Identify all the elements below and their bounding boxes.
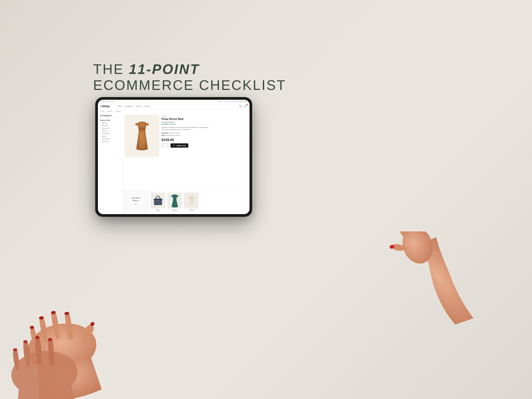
privacy-link[interactable]: Privacy [218, 101, 222, 102]
breadcrumb-womens[interactable]: Womens [107, 110, 113, 112]
sidebar-dresses[interactable]: Dresses (21) [100, 127, 121, 130]
login-link[interactable]: Log-in [110, 101, 114, 102]
bottom-section: Grab deals 50% off ✂ [123, 190, 250, 213]
nav-home[interactable]: Home [118, 105, 122, 107]
dresses-label: Dresses [172, 209, 177, 211]
tshirts-label: T-Shirts [189, 209, 194, 211]
sidebar-divider [100, 118, 121, 118]
page-heading: THE 11-POINT ECOMMERCE CHECKLIST [93, 61, 286, 93]
deals-text-2: 50% off [133, 200, 138, 201]
svg-rect-4 [153, 199, 163, 200]
utility-bar: Registration Log-in Privacy Site map Mon… [98, 100, 250, 103]
heading-line1: THE 11-POINT [93, 61, 286, 77]
bags-label: Bags [156, 209, 160, 211]
product-image [125, 115, 159, 157]
nav-orders[interactable]: Orders [136, 105, 141, 107]
registration-link[interactable]: Registration [101, 101, 108, 102]
quantity-stepper[interactable]: ▲ ▼ [167, 144, 168, 147]
guarantee-link[interactable]: Money Back Guarantee [231, 101, 247, 102]
svg-point-5 [174, 194, 176, 196]
svg-rect-6 [189, 199, 194, 199]
product-reviews[interactable]: (23 customer reviews) [161, 121, 248, 123]
product-category: Dresses [161, 115, 248, 117]
product-details: Dresses Flow Dress Red (23 customer revi… [161, 115, 248, 189]
tablet-device: Registration Log-in Privacy Site map Mon… [95, 97, 252, 217]
nav-icons: 🔍 🛒 1 [239, 105, 247, 107]
sidebar-summer[interactable]: Summer (32) [100, 138, 121, 140]
product-name: Flow Dress Red [161, 117, 248, 120]
breadcrumb: Home › Womens › Dresses [98, 109, 250, 113]
add-to-cart-row: 1 ▲ ▼ 🛒 Add to cart [161, 143, 248, 148]
product-price: $159.00 [161, 138, 248, 142]
product-meta: Categories: Dresses, Womens Tags: dresse… [161, 132, 248, 136]
product-availability: Availability: 35 in stock [161, 123, 248, 125]
nav-links: Home Categories Orders Contact [118, 105, 234, 107]
tshirts-image [184, 193, 199, 209]
sidebar-winter[interactable]: Winter (14) [100, 140, 121, 143]
sidebar-jeans[interactable]: Jeans (11) [100, 130, 121, 132]
quantity-input[interactable]: 1 ▲ ▼ [161, 143, 169, 148]
left-hands [0, 218, 112, 399]
sidebar-boots[interactable]: Boots (19) [100, 124, 121, 127]
sidebar-womens[interactable]: Womens (140) [100, 119, 121, 122]
sidebar-bags[interactable]: Bags (23) [100, 122, 121, 124]
sidebar: All Categories Womens (140) Bags (23) Bo… [98, 113, 123, 213]
scissors-icon: ✂ [134, 202, 137, 206]
svg-rect-3 [156, 200, 160, 201]
tablet-screen: Registration Log-in Privacy Site map Mon… [98, 100, 250, 214]
nav-contact[interactable]: Contact [144, 105, 149, 107]
sidebar-tops[interactable]: Tops (6) [100, 135, 121, 138]
deals-text-1: Grab deals [131, 197, 140, 199]
right-pointing-hand [319, 231, 505, 386]
add-to-cart-button[interactable]: 🛒 Add to cart [171, 143, 188, 148]
cart-button-icon: 🛒 [173, 144, 176, 147]
cart-icon[interactable]: 🛒 1 [244, 105, 247, 107]
sitemap-link[interactable]: Site map [224, 101, 230, 102]
deals-box[interactable]: Grab deals 50% off ✂ [123, 190, 148, 213]
dresses-image [167, 193, 182, 209]
product-area: Dresses Flow Dress Red (23 customer revi… [123, 113, 250, 190]
category-card-tshirts[interactable]: T-Shirts [184, 193, 199, 211]
category-cards: Bags [148, 190, 250, 213]
nav-categories[interactable]: Categories [125, 105, 133, 107]
svg-point-1 [140, 122, 144, 123]
category-card-dresses[interactable]: Dresses [167, 193, 182, 211]
category-card-bags[interactable]: Bags [151, 193, 165, 211]
search-icon[interactable]: 🔍 [239, 105, 242, 107]
cart-badge: 1 [246, 104, 248, 105]
sidebar-all-categories[interactable]: All Categories [100, 115, 121, 117]
product-description: Designed for simplicity and made from hi… [161, 126, 209, 131]
breadcrumb-current: Dresses [115, 110, 121, 112]
main-nav: eShop Home Categories Orders Contact 🔍 🛒… [98, 103, 250, 109]
main-content: All Categories Womens (140) Bags (23) Bo… [98, 113, 250, 213]
breadcrumb-home[interactable]: Home [101, 110, 105, 112]
logo[interactable]: eShop [101, 105, 110, 108]
sidebar-tshirts[interactable]: T-Shirts (14) [100, 132, 121, 135]
heading-line2: ECOMMERCE CHECKLIST [93, 77, 286, 93]
bags-image [151, 193, 165, 209]
